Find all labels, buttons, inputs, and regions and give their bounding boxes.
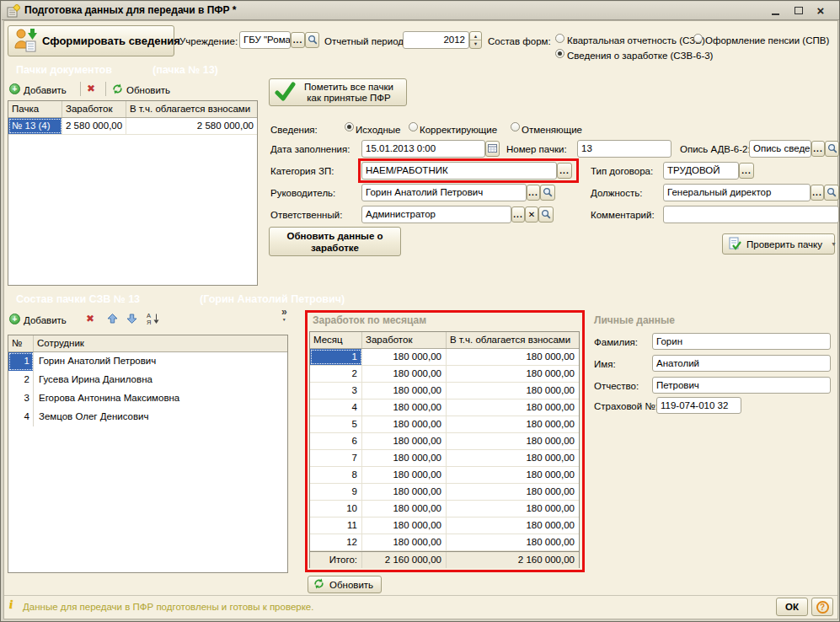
earned-cell[interactable]: 180 000,00 (362, 467, 447, 483)
earned-cell[interactable]: 180 000,00 (362, 501, 447, 517)
taxed-cell[interactable]: 180 000,00 (447, 416, 579, 432)
taxed-cell[interactable]: 180 000,00 (447, 450, 579, 466)
month-cell[interactable]: 6 (310, 433, 362, 449)
radio-correcting[interactable] (409, 122, 418, 131)
institution-ellipsis-button[interactable]: ... (291, 32, 305, 48)
taxed-cell[interactable]: 180 000,00 (447, 433, 579, 449)
taxed-cell[interactable]: 180 000,00 (447, 517, 579, 534)
earnings-month-row[interactable]: 1 180 000,00 180 000,00 (310, 349, 579, 366)
pack-cell-taxed[interactable]: 2 580 000,00 (126, 118, 257, 134)
contract-ellipsis-button[interactable]: ... (739, 163, 754, 179)
ok-button[interactable]: ОК (776, 598, 808, 616)
position-lookup-button[interactable] (824, 185, 839, 201)
month-cell[interactable]: 12 (310, 534, 362, 550)
month-cell[interactable]: 8 (310, 467, 362, 483)
add-pack-button[interactable]: Добавить (24, 84, 67, 96)
taxed-cell[interactable]: 180 000,00 (447, 399, 579, 416)
sort-button[interactable]: АЯ (146, 312, 160, 327)
packs-col-earned[interactable]: Заработок (62, 101, 126, 117)
radio-quarterly-label[interactable]: Квартальная отчетность (СЗВ) (567, 35, 705, 46)
period-spinner[interactable]: ▲ ▼ (469, 31, 482, 49)
manager-ellipsis-button[interactable]: ... (527, 185, 540, 201)
earnings-month-row[interactable]: 2 180 000,00 180 000,00 (310, 366, 579, 383)
manager-lookup-button[interactable] (540, 185, 555, 201)
maximize-button[interactable] (791, 3, 806, 17)
period-field[interactable]: 2012 (403, 31, 469, 49)
employee-row[interactable]: 2 Гусева Ирина Даниловна (8, 371, 287, 389)
window-icon[interactable] (7, 4, 20, 19)
employees-col-num[interactable]: № (8, 335, 34, 351)
delete-pack-button[interactable]: ✖ (87, 83, 95, 94)
month-cell[interactable]: 3 (310, 383, 362, 399)
earned-cell[interactable]: 180 000,00 (362, 433, 447, 449)
earnings-month-row[interactable]: 3 180 000,00 180 000,00 (310, 383, 579, 399)
month-cell[interactable]: 2 (310, 366, 362, 382)
employee-num-cell[interactable]: 4 (8, 408, 34, 426)
earned-cell[interactable]: 180 000,00 (362, 534, 447, 550)
institution-lookup-button[interactable] (305, 32, 319, 48)
earned-cell[interactable]: 180 000,00 (362, 349, 447, 365)
contract-field[interactable]: ТРУДОВОЙ (663, 162, 739, 180)
month-cell[interactable]: 10 (310, 501, 362, 517)
taxed-cell[interactable]: 180 000,00 (447, 501, 579, 517)
taxed-cell[interactable]: 180 000,00 (447, 383, 579, 399)
employee-num-cell[interactable]: 1 (8, 352, 34, 371)
taxed-cell[interactable]: 180 000,00 (447, 534, 579, 550)
move-down-button[interactable] (126, 314, 137, 325)
earnings-month-row[interactable]: 6 180 000,00 180 000,00 (310, 433, 579, 450)
refresh-earnings-button[interactable]: Обновить (308, 576, 382, 593)
radio-earnings-label[interactable]: Сведения о заработке (СЗВ-6-3) (567, 50, 713, 62)
pack-number-field[interactable]: 13 (577, 140, 671, 158)
earned-cell[interactable]: 180 000,00 (362, 416, 447, 432)
inventory-field[interactable]: Опись сведен (749, 140, 811, 158)
employee-num-cell[interactable]: 3 (8, 389, 34, 408)
pack-cell-earned[interactable]: 2 580 000,00 (62, 118, 126, 134)
radio-initial[interactable] (345, 122, 354, 131)
employee-row[interactable]: 3 Егорова Антонина Максимовна (8, 389, 287, 408)
add-employee-button[interactable]: Добавить (24, 314, 67, 326)
move-up-button[interactable] (107, 314, 118, 325)
refresh-packs-button[interactable]: Обновить (126, 84, 170, 96)
pack-cell-number[interactable]: № 13 (4) (8, 118, 62, 134)
earnings-col-earned[interactable]: Заработок (362, 332, 447, 348)
position-field[interactable]: Генеральный директор (663, 184, 811, 201)
institution-field[interactable]: ГБУ "Рома (239, 31, 291, 49)
firstname-field[interactable]: Анатолий (652, 355, 831, 372)
earnings-col-month[interactable]: Месяц (310, 332, 362, 348)
radio-pension-label[interactable]: Оформление пенсии (СПВ) (705, 35, 829, 46)
earnings-month-row[interactable]: 8 180 000,00 180 000,00 (310, 467, 579, 484)
manager-field[interactable]: Горин Анатолий Петрович (361, 184, 527, 201)
mark-all-packs-button[interactable]: Пометить все пачки как принятые ПФР (269, 78, 407, 106)
spinner-down-icon[interactable]: ▼ (470, 40, 481, 48)
surname-field[interactable]: Горин (652, 333, 831, 350)
month-cell[interactable]: 5 (310, 416, 362, 432)
employee-name-cell[interactable]: Горин Анатолий Петрович (34, 352, 161, 371)
position-ellipsis-button[interactable]: ... (811, 185, 824, 201)
check-pack-button[interactable]: Проверить пачку ▼ (722, 233, 835, 255)
earnings-month-row[interactable]: 4 180 000,00 180 000,00 (310, 399, 579, 416)
taxed-cell[interactable]: 180 000,00 (447, 467, 579, 483)
radio-initial-label[interactable]: Исходные (356, 124, 401, 136)
earnings-month-row[interactable]: 7 180 000,00 180 000,00 (310, 450, 579, 467)
date-field[interactable]: 15.01.2013 0:00 (361, 140, 485, 158)
packs-col-taxed[interactable]: В т.ч. облагается взносами (126, 101, 257, 117)
radio-cancelling-label[interactable]: Отменяющие (522, 124, 582, 136)
earned-cell[interactable]: 180 000,00 (362, 399, 447, 416)
pack-row[interactable]: № 13 (4) 2 580 000,00 2 580 000,00 (8, 118, 257, 135)
earnings-month-row[interactable]: 11 180 000,00 180 000,00 (310, 517, 579, 534)
employee-num-cell[interactable]: 2 (8, 371, 34, 389)
packs-col-pack[interactable]: Пачка (8, 101, 62, 117)
category-field[interactable]: НАЕМ/РАБОТНИК (361, 162, 557, 180)
comment-field[interactable] (663, 206, 839, 223)
insurance-field[interactable]: 119-074-010 32 (656, 397, 741, 414)
radio-cancelling[interactable] (511, 122, 520, 131)
employee-row[interactable]: 1 Горин Анатолий Петрович (8, 352, 287, 371)
radio-earnings[interactable] (555, 49, 564, 58)
generate-data-button[interactable]: Сформировать сведения (8, 25, 174, 56)
employee-name-cell[interactable]: Егорова Антонина Максимовна (34, 389, 185, 408)
responsible-field[interactable]: Администратор (361, 206, 511, 223)
responsible-ellipsis-button[interactable]: ... (511, 206, 525, 223)
earnings-month-row[interactable]: 10 180 000,00 180 000,00 (310, 501, 579, 517)
category-ellipsis-button[interactable]: ... (557, 163, 572, 179)
earnings-col-taxed[interactable]: В т.ч. облагается взносами (447, 332, 579, 348)
